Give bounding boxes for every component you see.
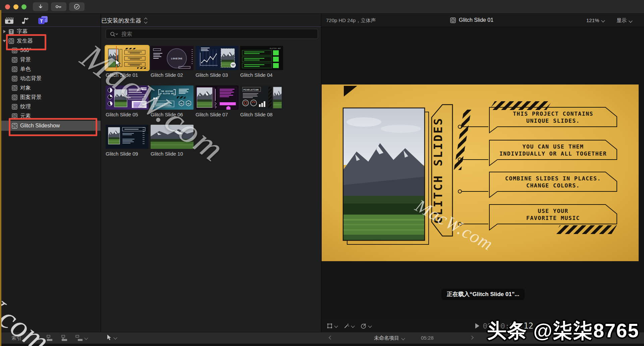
enhancements-tool-button[interactable]: [343, 323, 354, 329]
search-field[interactable]: [106, 29, 318, 39]
generator-thumbnail-label: Glitch Slide 09: [106, 151, 138, 157]
media-clapper-icon: [5, 17, 14, 24]
callout-text: INDIVIDUALLY OR ALL TOGETHER: [499, 151, 607, 157]
toolbar-divider: [38, 334, 39, 342]
sidebar-item-titles[interactable]: 字幕: [0, 27, 101, 36]
zoom-window-button[interactable]: [21, 4, 26, 9]
browser-source-label: 已安装的发生器: [101, 17, 141, 24]
sidebar-item-label: 纹理: [20, 103, 31, 110]
titles-icon: [8, 29, 14, 35]
sidebar-item-360[interactable]: 360°: [0, 46, 101, 55]
sidebar-item-pattern-backgrounds[interactable]: 图案背景: [0, 93, 101, 102]
generator-icon: [12, 104, 17, 110]
final-cut-pro-window: T T 已安装的发生器 字幕 发生器 360°: [0, 0, 644, 346]
generator-thumbnail-glitch-slide-08[interactable]: PIXELATION: [240, 85, 283, 110]
project-name: 未命名项目: [374, 335, 399, 341]
viewer-display-menu[interactable]: 显示: [616, 17, 632, 24]
check-button[interactable]: [69, 2, 85, 11]
sidebar-item-solids[interactable]: 单色: [0, 64, 101, 74]
generator-thumbnail-glitch-slide-10[interactable]: [151, 125, 194, 149]
minimize-window-button[interactable]: [13, 4, 18, 9]
close-window-button[interactable]: [5, 4, 10, 9]
generator-thumbnail-label: Glitch Slide 02: [151, 72, 183, 78]
select-tool-button[interactable]: [106, 334, 117, 341]
sidebar-item-label: 360°: [20, 47, 31, 53]
sidebar-item-elements[interactable]: 元素: [0, 111, 101, 121]
libraries-sidebar: 字幕 发生器 360° 背景 单色 动态背景 对象 图案背景: [0, 27, 101, 332]
viewer-canvas-glitch-slide[interactable]: GLITCH SLIDES THIS PROJECT CONTAIN: [322, 84, 639, 261]
previous-project-button[interactable]: [329, 336, 332, 339]
thumb-caption: OF GLITCH ART: [160, 93, 174, 95]
browser-source-menu[interactable]: 已安装的发生器: [101, 17, 147, 24]
transform-tool-button[interactable]: [327, 323, 337, 329]
search-input[interactable]: [121, 29, 313, 39]
connect-edit-icon[interactable]: [46, 335, 54, 341]
sidebar-item-label: 对象: [20, 84, 31, 92]
generator-thumbnail-glitch-slide-02[interactable]: LOADING: [151, 46, 194, 70]
chevron-down-icon: [601, 18, 605, 22]
generator-thumbnail-glitch-slide-07[interactable]: [196, 85, 238, 110]
download-button[interactable]: [33, 2, 48, 11]
viewer-zoom-level: 121%: [586, 17, 599, 23]
sidebar-item-label: Glitch Slideshow: [20, 123, 60, 129]
next-project-button[interactable]: [470, 336, 473, 339]
generator-thumbnail-glitch-slide-06[interactable]: THE HISTORY OF GLITCH ART 01 02: [151, 85, 194, 110]
svg-text:T: T: [40, 18, 43, 24]
key-button[interactable]: [51, 2, 66, 11]
viewer-header: 720p HD 24p，立体声 Glitch Slide 01 121% 显示: [321, 14, 644, 27]
generator-icon: [8, 38, 14, 44]
chevron-down-icon: [334, 324, 338, 328]
check-circle-icon: [73, 3, 80, 10]
thumb-caption: PIXELATION: [244, 89, 259, 91]
project-duration: 05:28: [421, 335, 434, 341]
play-icon[interactable]: [475, 323, 479, 329]
generator-thumbnail-glitch-slide-05[interactable]: [106, 85, 149, 110]
transform-icon: [327, 323, 333, 329]
timeline-toolbar: 索引 未命名项目: [0, 332, 644, 344]
thumb-caption: THE HISTORY: [161, 90, 173, 92]
generator-thumbnail-label: Glitch Slide 04: [240, 72, 273, 78]
append-edit-button[interactable]: [75, 335, 88, 341]
viewer-panel: 720p HD 24p，立体声 Glitch Slide 01 121% 显示: [321, 14, 644, 332]
sidebar-item-generators[interactable]: 发生器: [0, 36, 101, 46]
chevron-down-icon: [401, 336, 405, 340]
key-icon: [55, 4, 62, 9]
generator-thumbnail-glitch-slide-03[interactable]: [196, 46, 238, 70]
retime-gauge-icon: [360, 323, 367, 329]
download-icon: [38, 4, 44, 10]
thumb-badge: 01: [180, 103, 183, 105]
generator-thumbnail-glitch-slide-01[interactable]: [106, 46, 149, 70]
disclosure-collapsed-icon[interactable]: [3, 30, 6, 33]
generator-thumbnail-label: Glitch Slide 06: [151, 112, 183, 117]
insert-edit-icon[interactable]: [61, 335, 69, 341]
callout-text: THIS PROJECT CONTAINS: [513, 111, 593, 117]
sidebar-item-label: 单色: [20, 66, 31, 73]
generator-thumbnail-glitch-slide-04[interactable]: GLITCH ART: [240, 46, 283, 70]
disclosure-expanded-icon[interactable]: [3, 40, 6, 42]
callout-text: COMBINE SLIDES IN PLACES.: [505, 175, 601, 182]
sidebar-item-backgrounds[interactable]: 背景: [0, 55, 101, 64]
sidebar-item-animated-backgrounds[interactable]: 动态背景: [0, 74, 101, 83]
generator-thumbnail-label: Glitch Slide 08: [240, 112, 273, 117]
thumb-badge: 02: [187, 103, 190, 105]
retime-tool-button[interactable]: [360, 323, 371, 329]
callout-text: FAVORITE MUSIC: [526, 215, 580, 221]
viewer-title-group: Glitch Slide 01: [450, 17, 493, 23]
sidebar-item-objects[interactable]: 对象: [0, 83, 101, 93]
generator-thumbnail-label: Glitch Slide 01: [106, 72, 138, 78]
show-media-sidebar-button[interactable]: [5, 17, 14, 26]
index-button[interactable]: 索引: [11, 335, 21, 341]
viewer-zoom-menu[interactable]: 121%: [586, 17, 604, 23]
generator-thumbnail-label: Glitch Slide 05: [106, 112, 138, 117]
generator-thumbnail-glitch-slide-09[interactable]: [106, 125, 149, 149]
show-photos-audio-sidebar-button[interactable]: [21, 16, 30, 26]
show-titles-generators-sidebar-button[interactable]: T T: [38, 16, 48, 26]
sidebar-item-label: 字幕: [17, 28, 28, 35]
sidebar-item-glitch-slideshow[interactable]: Glitch Slideshow: [0, 121, 101, 131]
hazard-stripes-bottom: [554, 225, 617, 234]
project-name-menu[interactable]: 未命名项目: [374, 335, 405, 341]
window-titlebar: [0, 0, 644, 14]
sidebar-item-textures[interactable]: 纹理: [0, 102, 101, 111]
generator-icon: [450, 17, 456, 23]
chevron-down-icon: [368, 324, 372, 328]
